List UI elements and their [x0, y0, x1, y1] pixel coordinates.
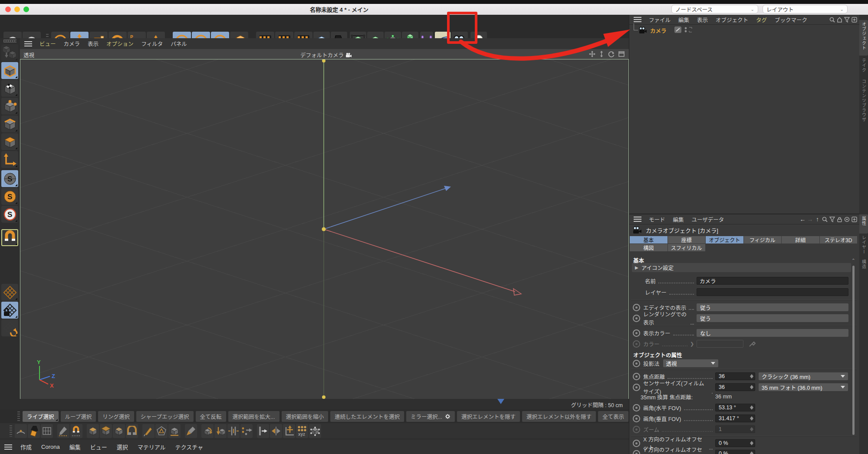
bottom-menu-view[interactable]: ビュー: [85, 443, 112, 451]
polygon-reduce-button[interactable]: [155, 424, 168, 438]
viewport-menu-filter[interactable]: フィルタ: [138, 39, 167, 48]
radio-icon[interactable]: [633, 450, 640, 454]
snap-toggle-button[interactable]: [1, 229, 18, 246]
target-icon[interactable]: [843, 216, 851, 223]
lock-icon[interactable]: [836, 216, 843, 223]
hide-selected-button[interactable]: 選択エレメントを隠す: [457, 411, 520, 422]
live-selection-button[interactable]: ライブ選択: [23, 411, 59, 422]
bevel-tool-button[interactable]: [87, 424, 99, 438]
fov-horizontal-input[interactable]: 53.13 °: [715, 404, 755, 411]
rotate-view-button[interactable]: [607, 50, 615, 58]
hide-unselected-button[interactable]: 選択エレメント以外を隠す: [522, 411, 596, 422]
film-offset-y-input[interactable]: 0 %: [715, 450, 755, 454]
menu-icon[interactable]: [24, 41, 32, 46]
menu-icon[interactable]: [4, 444, 12, 450]
back-icon[interactable]: ←: [799, 216, 806, 223]
radio-icon[interactable]: [633, 373, 640, 380]
render-dots-toggle[interactable]: [684, 26, 694, 33]
focal-preset-select[interactable]: クラシック (36 mm): [759, 372, 848, 380]
ring-selection-button[interactable]: リング選択: [98, 411, 134, 422]
sensor-preset-select[interactable]: 35 mm フォト (36.0 mm): [759, 383, 848, 391]
radio-icon[interactable]: [633, 360, 640, 367]
toolbar-drag-handle[interactable]: [17, 411, 20, 421]
slide-tool-button[interactable]: [168, 424, 181, 438]
menu-icon[interactable]: [634, 17, 641, 22]
viewport-menu-camera[interactable]: カメラ: [60, 39, 84, 48]
make-editable-button[interactable]: [1, 44, 18, 61]
bottom-menu-select[interactable]: 選択: [112, 443, 133, 451]
bottom-menu-material[interactable]: マテリアル: [133, 443, 171, 451]
scroll-up-icon[interactable]: ⌃: [852, 258, 855, 263]
viewport-menu-view[interactable]: ビュー: [36, 39, 60, 48]
grow-selection-button[interactable]: 選択範囲を拡大...: [228, 411, 279, 422]
texture-mode-button[interactable]: [1, 80, 18, 97]
mirror-tool-button[interactable]: [270, 424, 282, 438]
bottom-menu-edit[interactable]: 編集: [65, 443, 85, 451]
tab-coordinates[interactable]: 座標: [668, 236, 706, 243]
filter-icon[interactable]: [829, 216, 836, 223]
close-window-button[interactable]: [5, 7, 11, 12]
layout-dropdown[interactable]: レイアウト⌄: [763, 5, 848, 13]
bottom-menu-texture[interactable]: テクスチャ: [171, 443, 208, 451]
zoom-window-button[interactable]: [23, 7, 29, 12]
solo-off-button[interactable]: S: [1, 170, 18, 187]
search-icon[interactable]: [821, 216, 829, 223]
toolbar-drag-handle[interactable]: [10, 425, 12, 437]
align-tool-button[interactable]: [227, 424, 240, 438]
viewport-menu-panel[interactable]: パネル: [167, 39, 191, 48]
up-icon[interactable]: ↑: [814, 216, 821, 223]
tab-spherical[interactable]: スフィリカル: [668, 244, 706, 251]
home-icon[interactable]: [836, 16, 843, 23]
editor-visibility-select[interactable]: 従う: [697, 303, 848, 311]
name-input[interactable]: [697, 277, 848, 285]
spinner-icon[interactable]: [750, 405, 753, 410]
shrink-selection-button[interactable]: 選択範囲を縮小: [282, 411, 329, 422]
side-tab-attributes[interactable]: 属性: [859, 214, 868, 234]
render-visibility-select[interactable]: 従う: [697, 314, 848, 322]
side-tab-structure[interactable]: 構造: [859, 258, 868, 277]
am-menu-userdata[interactable]: ユーザデータ: [688, 215, 728, 224]
points-mode-button[interactable]: [1, 98, 18, 115]
node-space-dropdown[interactable]: ノードスペース⌄: [671, 5, 758, 13]
fov-vertical-input[interactable]: 31.417 °: [715, 415, 755, 422]
radio-icon[interactable]: [633, 404, 640, 411]
viewport-menu-options[interactable]: オプション: [102, 39, 138, 48]
visibility-editor-toggle[interactable]: [674, 26, 681, 33]
solo-single-button[interactable]: S: [1, 188, 18, 205]
tab-object[interactable]: オブジェクト: [706, 236, 743, 243]
model-mode-button[interactable]: [1, 62, 18, 79]
spinner-icon[interactable]: [750, 416, 753, 421]
spread-points-button[interactable]: [240, 424, 253, 438]
add-panel-icon[interactable]: [851, 216, 858, 223]
viewport-menu-display[interactable]: 表示: [84, 39, 102, 48]
menu-icon[interactable]: [634, 217, 641, 222]
tab-physical[interactable]: フィジカル: [744, 236, 782, 243]
display-color-select[interactable]: なし: [697, 329, 848, 337]
om-menu-bookmark[interactable]: ブックマーク: [771, 16, 811, 24]
workplane-mode-button[interactable]: [1, 319, 18, 336]
spinner-icon[interactable]: [750, 441, 753, 446]
am-menu-edit[interactable]: 編集: [669, 215, 688, 224]
radio-icon[interactable]: [633, 415, 640, 422]
mirror-selection-button[interactable]: ミラー選択...: [406, 411, 455, 422]
timeline-marker-icon[interactable]: [497, 399, 504, 404]
show-all-button[interactable]: 全て表示: [598, 411, 628, 422]
search-icon[interactable]: [829, 16, 836, 23]
side-tab-layers[interactable]: レイヤー: [859, 234, 868, 258]
polygon-mode-button[interactable]: [1, 133, 18, 150]
film-offset-x-input[interactable]: 0 %: [715, 439, 755, 447]
spinner-icon[interactable]: [750, 451, 753, 454]
point-box-button[interactable]: [309, 424, 321, 438]
arc-tool-button[interactable]: [15, 424, 27, 438]
projection-select[interactable]: 透視: [663, 359, 718, 367]
loop-selection-button[interactable]: ループ選択: [61, 411, 96, 422]
maximize-view-button[interactable]: [618, 50, 625, 58]
edge-mode-button[interactable]: [1, 115, 18, 132]
spinner-icon[interactable]: [750, 385, 753, 390]
magnet-tool-button[interactable]: [70, 424, 82, 438]
add-panel-icon[interactable]: [851, 16, 858, 23]
spinner-icon[interactable]: [750, 374, 753, 379]
tab-stereo3d[interactable]: ステレオ3D: [820, 236, 858, 243]
om-menu-tag[interactable]: タグ: [752, 16, 771, 24]
side-tab-takes[interactable]: テイク: [859, 56, 868, 77]
